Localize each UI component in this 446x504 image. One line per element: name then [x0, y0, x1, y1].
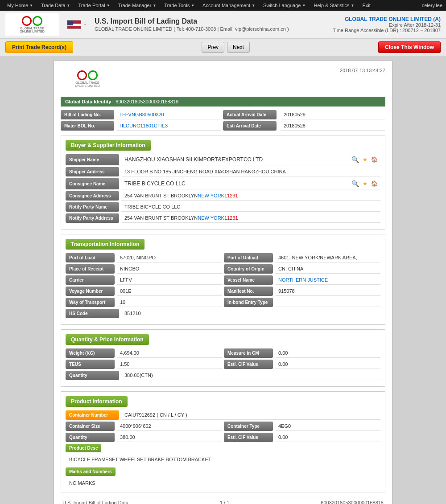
- consignee-name-row: Consignee Name TRIBE BICYCLE CO LLC 🔍 ★ …: [66, 178, 380, 189]
- doc-header: GLOBAL TRADEONLINE LIMITED 2018-07-13 13…: [61, 68, 385, 90]
- container-size-type-row: Container Size 4000*906*802 Container Ty…: [66, 422, 380, 431]
- doc-logo: GLOBAL TRADEONLINE LIMITED: [61, 68, 114, 90]
- teus-cif-row: TEUS 1.50 Esti. CIF Value 0.00: [66, 360, 380, 369]
- consignee-address-row: Consignee Address 254 VAN BRUNT ST BROOK…: [66, 191, 380, 201]
- nav-account-management[interactable]: Account Management▼: [199, 0, 259, 11]
- buyer-supplier-section: Buyer & Supplier Information Shipper Nam…: [61, 135, 385, 229]
- consignee-search-icon[interactable]: 🔍: [351, 180, 359, 187]
- nav-trade-tools[interactable]: Trade Tools▼: [161, 0, 198, 11]
- header-title-area: U.S. Import Bill of Lading Data GLOBAL T…: [95, 17, 289, 32]
- country-origin-label: Country of Origin: [224, 264, 273, 274]
- inbond-label: In-bond Entry Type: [224, 298, 273, 307]
- carrier-label: Carrier: [66, 275, 115, 285]
- port-load-value: 57020, NINGPO: [117, 253, 222, 262]
- header-bar: GLOBAL TRADEONLINE LIMITED - U.S. Import…: [0, 11, 446, 39]
- esti-cif-value: 0.00: [276, 360, 380, 369]
- shipper-address-label: Shipper Address: [66, 167, 119, 176]
- mater-bol-label: Mater BOL No.: [61, 121, 114, 131]
- top-nav: My Home▼ Trade Data▼ Trade Portal▼ Trade…: [0, 0, 446, 11]
- notify-name-value: TRIBE BICYCLE CO LLC: [122, 202, 380, 212]
- nav-my-home[interactable]: My Home▼: [4, 0, 37, 11]
- voyage-manifest-row: Voyage Number 001E Manifest No. 915078: [66, 287, 380, 296]
- teus-label: TEUS: [66, 360, 115, 369]
- bol-label: Bill of Lading No.: [61, 110, 114, 119]
- container-number-label: Container Number: [66, 410, 119, 420]
- way-transport-label: Way of Transport: [66, 298, 115, 307]
- measure-label: Measure in CM: [224, 348, 273, 358]
- shipper-name-label: Shipper Name: [66, 154, 119, 165]
- marks-row: Marks and Numbers: [66, 467, 380, 476]
- quantity-label: Quantity: [66, 371, 119, 380]
- account-expire: Expire After 2018-12-31: [333, 22, 441, 28]
- carrier-value: LFFV: [117, 275, 222, 285]
- header-subtitle: GLOBAL TRADE ONLINE LIMITED ( Tel: 400-7…: [95, 26, 289, 32]
- container-qty-label: Quantity: [66, 433, 115, 442]
- product-title: Product Information: [66, 396, 128, 407]
- global-identity-label: Global Data Identity: [65, 99, 111, 104]
- quantity-price-title: Quantity & Price Information: [66, 334, 149, 345]
- container-cif-value: 0.00: [276, 433, 380, 442]
- inbond-value: [276, 298, 380, 307]
- transport-inbond-row: Way of Transport 10 In-bond Entry Type: [66, 298, 380, 307]
- hs-code-value: 851210: [122, 309, 380, 318]
- top-toolbar: Print Trade Record(s) Prev Next Close Th…: [0, 39, 446, 56]
- shipper-star-icon[interactable]: ★: [363, 156, 368, 163]
- nav-switch-language[interactable]: Switch Language▼: [260, 0, 309, 11]
- nav-trade-manager[interactable]: Trade Manager▼: [115, 0, 160, 11]
- product-section: Product Information Container Number CAI…: [61, 391, 385, 492]
- shipper-name-value-area: HANGZHOU XIAOSHAN SILKIMPORT&EXPORTCO LT…: [122, 154, 380, 165]
- consignee-star-icon[interactable]: ★: [363, 180, 368, 187]
- vessel-name-value: NORTHERN JUSTICE: [276, 275, 380, 285]
- print-button[interactable]: Print Trade Record(s): [5, 41, 73, 53]
- measure-value: 0.00: [276, 348, 380, 358]
- hs-code-label: HS Code: [66, 309, 119, 318]
- consignee-address-value: 254 VAN BRUNT ST BROOKLYN NEW YORK 11231: [122, 191, 380, 201]
- nav-trade-data[interactable]: Trade Data▼: [37, 0, 74, 11]
- account-name: GLOBAL TRADE ONLINE LIMITED (A): [333, 16, 441, 22]
- place-receipt-label: Place of Receipt: [66, 264, 115, 274]
- shipper-search-icon[interactable]: 🔍: [351, 156, 359, 163]
- esti-arrival-label: Esti Arrival Date: [223, 121, 277, 131]
- quantity-price-section: Quantity & Price Information Weight (KG)…: [61, 329, 385, 387]
- consignee-address-label: Consignee Address: [66, 191, 119, 201]
- nav-trade-portal[interactable]: Trade Portal▼: [75, 0, 114, 11]
- notify-address-label: Notify Party Address: [66, 213, 119, 223]
- close-button[interactable]: Close This Window: [378, 41, 441, 53]
- buyer-supplier-title: Buyer & Supplier Information: [66, 140, 151, 151]
- esti-arrival-value: 20180528: [281, 121, 385, 131]
- doc-timestamp: 2018-07-13 13:44:27: [340, 68, 385, 73]
- nav-help-statistics[interactable]: Help & Statistics▼: [310, 0, 358, 11]
- quantity-value: 380.00(CTN): [122, 371, 380, 380]
- voyage-label: Voyage Number: [66, 287, 115, 296]
- nav-exit[interactable]: Exit: [359, 0, 374, 11]
- marks-label: Marks and Numbers: [66, 467, 116, 476]
- header-logo-area: GLOBAL TRADEONLINE LIMITED - U.S. Import…: [5, 13, 289, 36]
- doc-footer-id: 60032018053000000168818: [321, 500, 384, 504]
- shipper-address-value: 13 FLOOR B NO 185 JINCHENG ROAD XIAOSHAN…: [122, 167, 380, 176]
- next-button[interactable]: Next: [227, 42, 250, 53]
- main-content: GLOBAL TRADEONLINE LIMITED 2018-07-13 13…: [0, 56, 446, 504]
- consignee-home-icon[interactable]: 🏠: [371, 180, 378, 187]
- shipper-home-icon[interactable]: 🏠: [371, 156, 378, 163]
- shipper-name-row: Shipper Name HANGZHOU XIAOSHAN SILKIMPOR…: [66, 154, 380, 165]
- product-desc-label: Product Desc: [66, 444, 101, 452]
- doc-footer: U.S. Import Bill of Lading Data 1 / 1 60…: [61, 497, 385, 504]
- consignee-name-value-area: TRIBE BICYCLE CO LLC 🔍 ★ 🏠: [122, 178, 380, 189]
- port-unload-label: Port of Unload: [224, 253, 273, 262]
- prev-button[interactable]: Prev: [202, 42, 224, 53]
- mater-bol-value: HLCUNG11801CFIE3: [117, 121, 221, 131]
- nav-items: My Home▼ Trade Data▼ Trade Portal▼ Trade…: [4, 0, 374, 11]
- logo-circle-red: [22, 16, 32, 26]
- weight-value: 4,694.00: [117, 348, 222, 358]
- shipper-address-row: Shipper Address 13 FLOOR B NO 185 JINCHE…: [66, 167, 380, 176]
- port-unload-value: 4601, NEW YORK/NEWARK AREA,: [276, 253, 380, 262]
- notify-name-row: Notify Party Name TRIBE BICYCLE CO LLC: [66, 202, 380, 212]
- notify-address-value: 254 VAN BRUNT ST BROOKLYN NEW YORK 11231: [122, 213, 380, 223]
- quantity-row: Quantity 380.00(CTN): [66, 371, 380, 380]
- container-type-label: Container Type: [224, 422, 273, 431]
- container-size-label: Container Size: [66, 422, 115, 431]
- marks-value: NO MARKS: [66, 479, 380, 488]
- toolbar-left: Print Trade Record(s): [5, 41, 73, 53]
- doc-footer-left: U.S. Import Bill of Lading Data: [62, 500, 128, 504]
- account-ldr: Time Range Accessible (LDR) : 200712 ~ 2…: [333, 28, 441, 33]
